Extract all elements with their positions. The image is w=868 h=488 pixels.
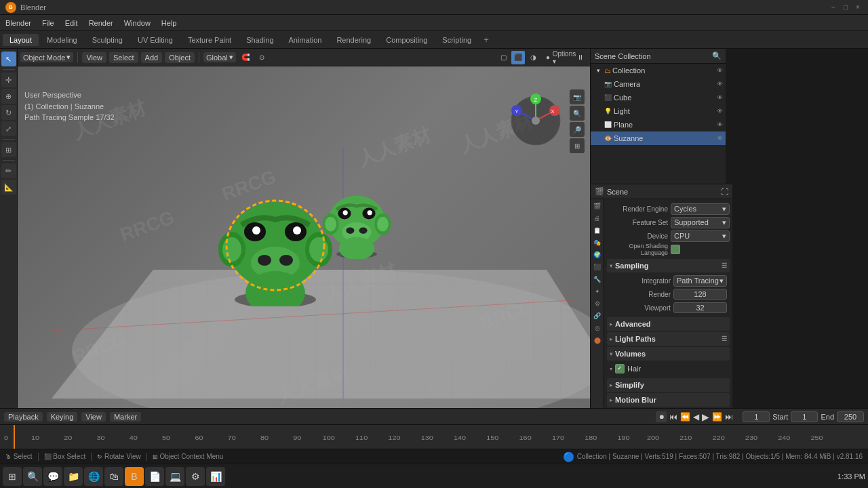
data-props-icon[interactable]: ◎ (592, 323, 603, 333)
taskbar-code-icon[interactable]: 💻 (165, 467, 184, 486)
prop-expand-icon[interactable]: ⛶ (721, 188, 728, 196)
add-menu-button[interactable]: Add (141, 52, 163, 63)
tab-sculpting[interactable]: Sculpting (85, 34, 130, 46)
menu-window[interactable]: Window (119, 18, 156, 28)
integrator-select[interactable]: Path Tracing ▾ (673, 275, 727, 287)
close-button[interactable]: × (853, 3, 863, 12)
light-visibility-icon[interactable]: 👁 (717, 108, 723, 115)
taskbar-blender-icon[interactable]: B (125, 467, 144, 486)
feature-set-select[interactable]: Supported ▾ (671, 217, 730, 228)
jump-end-button[interactable]: ⏭ (725, 412, 733, 422)
material-props-icon[interactable]: ⬤ (592, 335, 603, 346)
tab-modeling[interactable]: Modeling (40, 34, 84, 46)
modifier-props-icon[interactable]: 🔧 (592, 274, 603, 285)
outliner-item-collection[interactable]: ▾ 🗂 Collection 👁 (591, 64, 726, 77)
add-workspace-button[interactable]: + (479, 33, 493, 46)
viewport-samples-input[interactable]: 32 (673, 302, 727, 313)
taskbar-search-icon[interactable]: 🔍 (23, 467, 42, 486)
sampling-section-header[interactable]: ▾ Sampling ☰ (607, 259, 730, 272)
transform-tool-button[interactable]: ⊞ (1, 142, 16, 157)
proportional-edit-toggle[interactable]: ⊙ (255, 51, 269, 64)
sampling-list-icon[interactable]: ☰ (722, 262, 727, 269)
timeline-playhead[interactable] (14, 425, 15, 449)
advanced-section-header[interactable]: ▸ Advanced (607, 317, 730, 331)
view-layer-props-icon[interactable]: 📋 (592, 225, 603, 236)
zoom-out-button[interactable]: 🔎 (570, 122, 585, 137)
titlebar-controls[interactable]: − □ × (829, 3, 863, 12)
playback-button[interactable]: Playback (4, 412, 43, 422)
start-frame-input[interactable]: 1 (791, 411, 818, 422)
jump-start-button[interactable]: ⏮ (669, 412, 677, 422)
viewport-3d[interactable]: Object Mode ▾ View Select Add Object Glo… (18, 49, 590, 408)
menu-help[interactable]: Help (156, 18, 182, 28)
viewport-shading-solid[interactable]: ⬛ (511, 51, 525, 64)
cube-visibility-icon[interactable]: 👁 (717, 94, 723, 101)
outliner-item-light[interactable]: 💡 Light 👁 (591, 104, 726, 118)
menu-render[interactable]: Render (83, 18, 119, 28)
tab-texture-paint[interactable]: Texture Paint (181, 34, 238, 46)
outliner-item-suzanne[interactable]: 🐵 Suzanne 👁 (591, 131, 726, 145)
tab-rendering[interactable]: Rendering (330, 34, 378, 46)
hair-checkbox[interactable] (615, 364, 625, 373)
view-button[interactable]: View (81, 412, 106, 422)
taskbar-store-icon[interactable]: 🛍 (104, 467, 123, 486)
world-props-icon[interactable]: 🌍 (592, 249, 603, 260)
render-samples-input[interactable]: 128 (673, 289, 727, 300)
suzanne-visibility-icon[interactable]: 👁 (717, 135, 723, 142)
object-menu-button[interactable]: Object (165, 52, 195, 63)
menu-blender[interactable]: Blender (0, 18, 37, 28)
light-paths-section-header[interactable]: ▸ Light Paths ☰ (607, 332, 730, 346)
navigation-gizmo[interactable]: X Y Z (509, 94, 563, 148)
taskbar-edge-icon[interactable]: 🌐 (84, 467, 103, 486)
camera-visibility-icon[interactable]: 👁 (717, 81, 723, 87)
outliner-item-camera[interactable]: 📷 Camera 👁 (591, 77, 726, 91)
osl-checkbox[interactable] (671, 245, 680, 254)
select-menu-button[interactable]: Select (109, 52, 138, 63)
maximize-button[interactable]: □ (841, 3, 850, 12)
motion-blur-section-header[interactable]: ▸ Motion Blur (607, 393, 730, 407)
outliner-item-plane[interactable]: ⬜ Plane 👁 (591, 118, 726, 131)
menu-edit[interactable]: Edit (60, 18, 83, 28)
tab-uv-editing[interactable]: UV Editing (131, 34, 180, 46)
device-select[interactable]: CPU ▾ (671, 230, 730, 242)
marker-button[interactable]: Marker (110, 412, 141, 422)
timeline-ruler[interactable]: 0 10 20 30 40 50 60 70 80 90 100 110 120… (0, 425, 868, 449)
scale-tool-button[interactable]: ⤢ (1, 121, 16, 136)
viewport-options-button[interactable]: Options ▾ (557, 51, 571, 64)
step-back-button[interactable]: ⏪ (680, 412, 690, 422)
physics-props-icon[interactable]: ⚙ (592, 298, 603, 309)
timeline-record-button[interactable]: ⏺ (656, 411, 667, 422)
outliner-filter-icon[interactable]: 🔍 (712, 52, 722, 60)
light-paths-list-icon[interactable]: ☰ (722, 336, 727, 342)
plane-visibility-icon[interactable]: 👁 (717, 121, 723, 128)
move-tool-button[interactable]: ⊕ (1, 89, 16, 104)
volumes-section-header[interactable]: ▾ Volumes (607, 347, 730, 361)
viewport-pause-render-button[interactable]: ⏸ (574, 51, 587, 64)
taskbar-explorer-icon[interactable]: 📁 (64, 467, 83, 486)
keying-button[interactable]: Keying (47, 412, 78, 422)
tab-layout[interactable]: Layout (3, 34, 39, 46)
rotate-tool-button[interactable]: ↻ (1, 105, 16, 120)
frame-all-button[interactable]: ⊞ (570, 138, 585, 153)
tab-shading[interactable]: Shading (239, 34, 280, 46)
render-props-icon[interactable]: 🎬 (592, 201, 603, 211)
play-button[interactable]: ▶ (702, 411, 709, 422)
taskbar-windows-icon[interactable]: ⊞ (3, 467, 22, 486)
transform-orientation-select[interactable]: Global ▾ (203, 52, 236, 62)
tab-animation[interactable]: Animation (282, 34, 329, 46)
measure-tool-button[interactable]: 📐 (1, 180, 16, 195)
cursor-tool-button[interactable]: ✛ (1, 73, 16, 87)
taskbar-file-icon[interactable]: 📄 (145, 467, 164, 486)
render-engine-select[interactable]: Cycles ▾ (671, 203, 730, 215)
particles-props-icon[interactable]: ✦ (592, 286, 603, 297)
snap-toggle[interactable]: 🧲 (239, 51, 252, 64)
viewport-shading-wire[interactable]: ▢ (496, 51, 510, 64)
object-props-icon[interactable]: ⬛ (592, 262, 603, 272)
annotate-tool-button[interactable]: ✏ (1, 163, 16, 178)
taskbar-app2-icon[interactable]: 📊 (206, 467, 225, 486)
simplify-section-header[interactable]: ▸ Simplify (607, 378, 730, 392)
outliner-item-cube[interactable]: ⬛ Cube 👁 (591, 91, 726, 104)
menu-file[interactable]: File (37, 18, 60, 28)
taskbar-app-icon[interactable]: ⚙ (186, 467, 205, 486)
end-frame-input[interactable]: 250 (837, 411, 864, 422)
